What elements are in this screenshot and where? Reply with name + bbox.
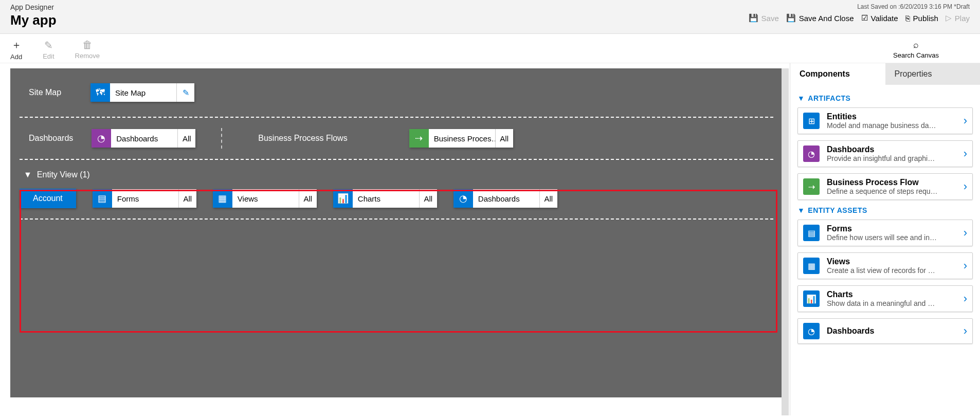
forms-all[interactable]: All: [179, 189, 196, 208]
flow-icon: ⇢: [803, 178, 820, 195]
save-close-icon: 💾: [786, 13, 796, 23]
gauge-icon: ◔: [453, 189, 473, 208]
play-icon: ▷: [946, 13, 952, 23]
search-icon: ⌕: [913, 40, 919, 50]
grid-icon: ▦: [213, 189, 232, 208]
form-icon: ▤: [803, 225, 820, 241]
component-title: Dashboards: [827, 145, 956, 154]
entity-dashboards-all[interactable]: All: [540, 189, 557, 208]
views-all[interactable]: All: [299, 189, 317, 208]
canvas-wrap: Site Map 🗺 Site Map ✎ Dashboards ◔ Dashb…: [0, 63, 790, 415]
bpf-tile[interactable]: ⇢ Business Proces… All: [409, 129, 513, 148]
entity-dashboards-tile[interactable]: ◔ Dashboards All: [453, 189, 557, 208]
header-actions: 💾 Save 💾 Save And Close ☑ Validate ⎘ Pub…: [749, 13, 970, 23]
flow-icon: ⇢: [409, 129, 429, 148]
component-desc: Create a list view of records for …: [827, 266, 956, 275]
component-bpf[interactable]: ⇢ Business Process Flow Define a sequenc…: [797, 173, 973, 200]
right-panel: Components Properties ▼ ARTIFACTS ⊞ Enti…: [790, 63, 980, 415]
bpf-label: Business Process Flows: [258, 134, 347, 143]
dashboards-label: Dashboards: [29, 134, 73, 143]
chevron-right-icon: ›: [964, 292, 967, 305]
divider: [20, 218, 773, 220]
grid-icon: ▦: [803, 258, 820, 274]
publish-button[interactable]: ⎘ Publish: [905, 14, 938, 23]
divider: [20, 159, 773, 160]
component-title: Business Process Flow: [827, 178, 956, 187]
sitemap-row: Site Map 🗺 Site Map ✎: [20, 79, 773, 106]
charts-tile[interactable]: 📊 Charts All: [333, 189, 437, 208]
header-left: App Designer My app: [10, 3, 57, 28]
edit-button[interactable]: ✎ Edit: [43, 39, 54, 60]
play-button[interactable]: ▷ Play: [946, 13, 970, 23]
add-button[interactable]: ＋ Add: [10, 38, 22, 61]
page-title: My app: [10, 12, 57, 28]
component-title: Dashboards: [827, 326, 956, 336]
chevron-right-icon: ›: [964, 259, 967, 272]
divider: [20, 117, 773, 118]
scrollbar[interactable]: [782, 68, 789, 415]
chevron-right-icon: ›: [964, 324, 967, 338]
chevron-right-icon: ›: [964, 147, 967, 160]
bpf-tile-label: Business Proces…: [429, 129, 496, 148]
component-desc: Define how users will see and in…: [827, 233, 956, 242]
dashboards-tile-label: Dashboards: [111, 129, 178, 148]
pencil-icon: ✎: [44, 39, 53, 51]
component-entities[interactable]: ⊞ Entities Model and manage business da……: [797, 107, 973, 134]
entity-view-toggle[interactable]: ▼ Entity View (1): [24, 170, 773, 179]
views-tile-label: Views: [232, 189, 299, 208]
charts-all[interactable]: All: [420, 189, 437, 208]
sitemap-tile[interactable]: 🗺 Site Map ✎: [90, 83, 194, 102]
validate-button[interactable]: ☑ Validate: [861, 13, 898, 23]
artifacts-row: Dashboards ◔ Dashboards All Business Pro…: [20, 128, 773, 149]
bpf-all[interactable]: All: [496, 129, 513, 148]
save-and-close-button[interactable]: 💾 Save And Close: [786, 13, 854, 23]
tab-components[interactable]: Components: [790, 63, 885, 85]
component-charts[interactable]: 📊 Charts Show data in a meaningful and ……: [797, 285, 973, 312]
component-title: Entities: [827, 112, 956, 121]
caret-down-icon: ▼: [797, 94, 805, 102]
pencil-icon: ✎: [183, 88, 189, 98]
dashboards-all[interactable]: All: [178, 129, 195, 148]
sitemap-edit-button[interactable]: ✎: [177, 83, 194, 102]
artifacts-section-toggle[interactable]: ▼ ARTIFACTS: [797, 94, 973, 102]
forms-tile-label: Forms: [112, 189, 179, 208]
component-desc: Provide an insightful and graphi…: [827, 154, 956, 162]
account-entity-button[interactable]: Account: [20, 189, 76, 208]
tab-properties[interactable]: Properties: [885, 63, 981, 85]
form-icon: ▤: [93, 189, 112, 208]
entity-icon: ⊞: [803, 113, 820, 129]
highlight-box: [20, 190, 777, 333]
last-saved-text: Last Saved on :6/20/2019 3:16 PM *Draft: [749, 3, 970, 10]
search-canvas-button[interactable]: ⌕ Search Canvas: [893, 40, 939, 59]
save-icon: 💾: [749, 13, 758, 23]
views-tile[interactable]: ▦ Views All: [213, 189, 317, 208]
component-title: Views: [827, 257, 956, 266]
dashboards-tile[interactable]: ◔ Dashboards All: [92, 129, 195, 148]
forms-tile[interactable]: ▤ Forms All: [93, 189, 196, 208]
vertical-divider: [221, 128, 222, 149]
sitemap-tile-label: Site Map: [110, 83, 177, 102]
validate-icon: ☑: [861, 13, 868, 23]
panel-tabs: Components Properties: [790, 63, 980, 85]
sitemap-label: Site Map: [29, 88, 90, 97]
component-desc: Model and manage business da…: [827, 121, 956, 130]
remove-button[interactable]: 🗑 Remove: [75, 39, 100, 60]
breadcrumb: App Designer: [10, 3, 57, 11]
caret-down-icon: ▼: [24, 170, 32, 179]
component-desc: Define a sequence of steps requ…: [827, 187, 956, 195]
component-entity-dashboards[interactable]: ◔ Dashboards ›: [797, 318, 973, 344]
map-icon: 🗺: [90, 83, 110, 102]
entity-view-label: Entity View (1): [37, 170, 90, 179]
component-dashboards[interactable]: ◔ Dashboards Provide an insightful and g…: [797, 140, 973, 167]
component-title: Forms: [827, 224, 956, 233]
component-forms[interactable]: ▤ Forms Define how users will see and in…: [797, 220, 973, 246]
component-views[interactable]: ▦ Views Create a list view of records fo…: [797, 252, 973, 279]
chart-icon: 📊: [333, 189, 353, 208]
entity-assets-section-toggle[interactable]: ▼ ENTITY ASSETS: [797, 206, 973, 214]
designer-canvas[interactable]: Site Map 🗺 Site Map ✎ Dashboards ◔ Dashb…: [10, 68, 783, 397]
gauge-icon: ◔: [92, 129, 111, 148]
toolbar: ＋ Add ✎ Edit 🗑 Remove ⌕ Search Canvas: [0, 34, 980, 63]
save-button[interactable]: 💾 Save: [749, 13, 779, 23]
caret-down-icon: ▼: [797, 206, 805, 214]
publish-icon: ⎘: [905, 14, 910, 23]
